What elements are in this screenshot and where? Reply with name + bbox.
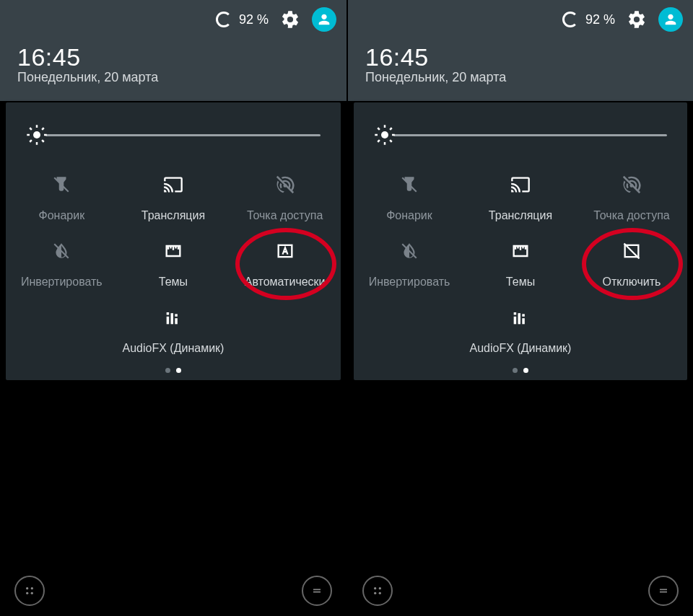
svg-rect-17 [175, 314, 178, 317]
tile-keyboard-auto[interactable]: Автоматически [231, 239, 339, 289]
status-battery: 92 % [216, 12, 269, 27]
svg-line-32 [390, 128, 392, 130]
tile-grid: Фонарик Трансляция Точка доступа [354, 156, 687, 358]
clock-time: 16:45 [17, 43, 329, 71]
equalizer-icon [509, 306, 532, 329]
svg-point-18 [26, 587, 28, 589]
page-indicator [354, 358, 687, 377]
svg-line-5 [30, 128, 32, 130]
svg-line-6 [42, 140, 44, 142]
cast-icon [162, 173, 185, 196]
tile-label: Темы [159, 276, 188, 289]
quick-settings-panel: Фонарик Трансляция Точка доступа [354, 102, 687, 380]
tile-keyboard-off[interactable]: Отключить [578, 239, 686, 289]
svg-line-30 [390, 140, 392, 142]
svg-point-24 [381, 131, 388, 138]
tile-label: Инвертировать [21, 276, 103, 289]
hotspot-icon [620, 173, 643, 196]
page-dot[interactable] [513, 368, 518, 373]
highlight-circle [582, 228, 683, 300]
svg-rect-47 [660, 589, 667, 591]
svg-rect-39 [518, 313, 521, 324]
svg-rect-22 [313, 589, 321, 591]
tile-hotspot[interactable]: Точка доступа [231, 173, 339, 222]
data-usage-icon [216, 12, 232, 27]
flashlight-icon [50, 173, 73, 196]
svg-point-0 [33, 131, 40, 138]
avatar[interactable] [658, 7, 683, 32]
tile-flashlight[interactable]: Фонарик [7, 173, 116, 222]
app-browser[interactable] [492, 486, 556, 550]
page-dot-active[interactable] [176, 368, 181, 373]
app-music[interactable] [557, 443, 621, 506]
svg-point-43 [374, 587, 376, 589]
tile-themes[interactable]: Темы [119, 239, 227, 289]
svg-rect-41 [514, 312, 517, 315]
svg-rect-38 [514, 317, 517, 325]
status-bar: 92 % [0, 0, 346, 39]
menu-button[interactable] [302, 576, 332, 606]
data-usage-icon [562, 12, 578, 27]
tile-label: Точка доступа [247, 209, 323, 222]
clock-header: 16:45 Понедельник, 20 марта [0, 39, 346, 101]
brightness-track[interactable] [393, 134, 667, 136]
tile-themes[interactable]: Темы [466, 239, 575, 289]
tile-label: Инвертировать [369, 276, 450, 289]
tile-audiofx[interactable]: AudioFX (Динамик) [119, 306, 227, 355]
hotspot-icon [274, 173, 297, 196]
highlight-circle [235, 228, 336, 300]
svg-rect-23 [313, 591, 321, 593]
themes-icon [509, 239, 532, 263]
tile-cast[interactable]: Трансляция [466, 173, 575, 222]
cast-icon [509, 173, 532, 196]
svg-point-46 [379, 592, 381, 594]
flashlight-icon [398, 173, 421, 196]
svg-rect-48 [660, 591, 667, 593]
avatar[interactable] [312, 7, 336, 32]
app-music[interactable] [209, 443, 273, 506]
svg-point-21 [31, 592, 33, 594]
app-browser[interactable] [144, 486, 208, 550]
tile-label: AudioFX (Динамик) [123, 342, 225, 355]
invert-icon [398, 239, 421, 263]
svg-rect-16 [167, 312, 170, 315]
apps-button[interactable] [362, 576, 393, 606]
equalizer-icon [162, 306, 185, 329]
tile-grid: Фонарик Трансляция Точка доступа [6, 156, 341, 358]
settings-icon[interactable] [627, 9, 647, 30]
svg-line-8 [42, 128, 44, 130]
settings-icon[interactable] [280, 9, 300, 30]
clock-date: Понедельник, 20 марта [17, 70, 329, 85]
brightness-slider[interactable] [6, 102, 341, 156]
tile-flashlight[interactable]: Фонарик [355, 173, 463, 222]
app-gallery[interactable] [427, 447, 491, 511]
svg-rect-14 [171, 313, 174, 324]
app-gallery[interactable] [79, 447, 143, 511]
page-dot-active[interactable] [523, 368, 528, 373]
clock-header: 16:45 Понедельник, 20 марта [348, 39, 693, 101]
tile-label: Фонарик [39, 209, 85, 222]
brightness-icon [26, 124, 48, 146]
svg-line-7 [30, 140, 32, 142]
tile-cast[interactable]: Трансляция [119, 173, 227, 222]
page-dot[interactable] [165, 368, 170, 373]
tile-label: AudioFX (Динамик) [470, 342, 572, 355]
themes-icon [162, 239, 185, 263]
tile-label: Точка доступа [593, 209, 669, 222]
tile-invert[interactable]: Инвертировать [355, 239, 463, 289]
apps-button[interactable] [14, 576, 45, 606]
tile-invert[interactable]: Инвертировать [7, 239, 116, 289]
tile-hotspot[interactable]: Точка доступа [578, 173, 686, 222]
brightness-slider[interactable] [354, 102, 687, 156]
svg-rect-13 [167, 317, 170, 325]
svg-point-19 [31, 587, 33, 589]
page-indicator [6, 358, 341, 377]
svg-rect-40 [522, 318, 525, 324]
menu-button[interactable] [648, 576, 679, 606]
keyboard-off-icon [620, 239, 643, 263]
brightness-track[interactable] [45, 134, 321, 136]
svg-line-31 [378, 140, 380, 142]
tile-label: Трансляция [141, 209, 205, 222]
invert-icon [50, 239, 73, 263]
tile-audiofx[interactable]: AudioFX (Динамик) [466, 306, 575, 355]
